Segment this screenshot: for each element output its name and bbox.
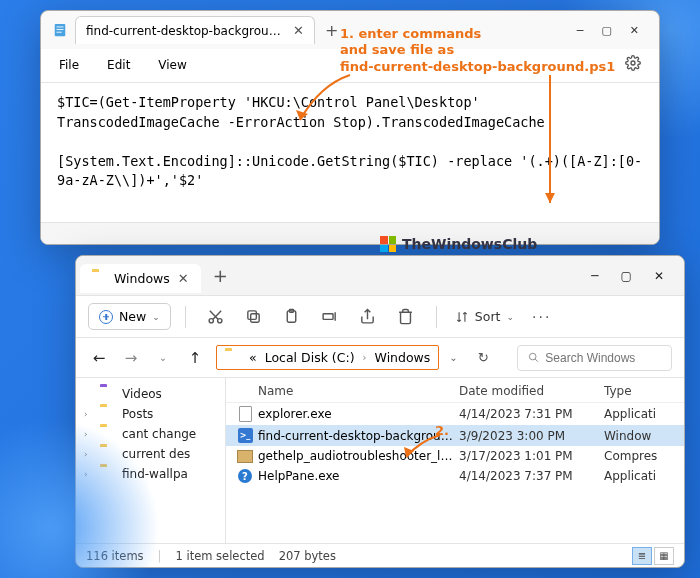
thumbnail-view-icon[interactable]: ▦ — [654, 547, 674, 565]
col-name[interactable]: Name — [258, 384, 459, 398]
notepad-window: find-current-desktop-background. ✕ + ─ ▢… — [40, 10, 660, 245]
plus-circle-icon — [99, 310, 113, 324]
breadcrumb[interactable]: « Local Disk (C:) › Windows — [216, 345, 439, 370]
folder-icon — [100, 447, 116, 461]
watermark-text: TheWindowsClub — [402, 236, 537, 252]
new-tab-button[interactable]: + — [325, 21, 338, 40]
search-icon — [528, 351, 539, 364]
breadcrumb-folder[interactable]: Windows — [375, 350, 431, 365]
notepad-tabstrip: find-current-desktop-background. ✕ + ─ ▢… — [41, 11, 659, 49]
file-name: gethelp_audiotroubleshooter_latestpacka.… — [258, 449, 459, 463]
explorer-sidebar: ›Videos›Posts›cant change›current des›fi… — [76, 378, 226, 543]
file-row[interactable]: explorer.exe4/14/2023 7:31 PMApplicati — [226, 403, 684, 425]
search-input[interactable] — [545, 351, 661, 365]
folder-icon — [225, 351, 241, 365]
explorer-window-controls: ─ ▢ ✕ — [575, 269, 680, 283]
nav-forward-icon[interactable]: → — [120, 349, 142, 367]
status-selected: 1 item selected — [175, 549, 264, 563]
menu-file[interactable]: File — [59, 58, 79, 72]
search-box[interactable] — [517, 345, 672, 371]
sidebar-item[interactable]: ›Videos — [82, 384, 219, 404]
explorer-addressbar: ← → ⌄ ↑ « Local Disk (C:) › Windows ⌄ ↻ — [76, 338, 684, 378]
tab-close-icon[interactable]: ✕ — [178, 271, 189, 286]
svg-rect-1 — [57, 27, 64, 28]
explorer-tab[interactable]: Windows ✕ — [80, 264, 201, 293]
breadcrumb-drive[interactable]: Local Disk (C:) — [265, 350, 355, 365]
share-icon[interactable] — [352, 308, 384, 325]
menu-edit[interactable]: Edit — [107, 58, 130, 72]
svg-rect-2 — [57, 29, 64, 30]
file-name: explorer.exe — [258, 407, 459, 421]
file-icon — [236, 450, 254, 463]
delete-icon[interactable] — [390, 308, 422, 325]
notepad-menubar: File Edit View — [41, 49, 659, 83]
details-view-icon[interactable]: ≣ — [632, 547, 652, 565]
nav-back-icon[interactable]: ← — [88, 349, 110, 367]
toolbar-separator — [185, 306, 186, 328]
sidebar-item-label: cant change — [122, 427, 196, 441]
paste-icon[interactable] — [276, 308, 308, 325]
sidebar-item[interactable]: ›cant change — [82, 424, 219, 444]
svg-rect-11 — [323, 314, 333, 320]
rename-icon[interactable] — [314, 308, 346, 325]
file-name: HelpPane.exe — [258, 469, 459, 483]
toolbar-separator — [436, 306, 437, 328]
new-button-label: New — [119, 309, 146, 324]
maximize-button[interactable]: ▢ — [601, 24, 611, 37]
file-row[interactable]: ?HelpPane.exe4/14/2023 7:37 PMApplicati — [226, 466, 684, 486]
sort-button[interactable]: Sort ⌄ — [455, 309, 514, 324]
file-row[interactable]: >_find-current-desktop-background.ps13/9… — [226, 425, 684, 446]
tab-close-icon[interactable]: ✕ — [293, 23, 304, 38]
refresh-icon[interactable]: ↻ — [478, 350, 489, 365]
sidebar-item[interactable]: ›Posts — [82, 404, 219, 424]
minimize-button[interactable]: ─ — [577, 24, 584, 37]
copy-icon[interactable] — [238, 308, 270, 325]
svg-point-4 — [631, 61, 635, 65]
file-type: Window — [604, 429, 674, 443]
svg-point-12 — [529, 353, 536, 360]
file-row[interactable]: gethelp_audiotroubleshooter_latestpacka.… — [226, 446, 684, 466]
file-type: Applicati — [604, 469, 674, 483]
status-count: 116 items — [86, 549, 144, 563]
file-icon: ? — [236, 469, 254, 483]
close-button[interactable]: ✕ — [654, 269, 664, 283]
file-date: 4/14/2023 7:37 PM — [459, 469, 604, 483]
file-type: Compres — [604, 449, 674, 463]
more-options-icon[interactable]: ··· — [532, 309, 551, 325]
breadcrumb-bridge: « — [249, 350, 257, 365]
col-type[interactable]: Type — [604, 384, 674, 398]
chevron-down-icon[interactable]: ⌄ — [449, 352, 457, 363]
file-date: 4/14/2023 7:31 PM — [459, 407, 604, 421]
column-headers: Name Date modified Type — [226, 378, 684, 403]
chevron-right-icon: › — [363, 352, 367, 363]
svg-point-5 — [209, 319, 213, 323]
sidebar-item[interactable]: ›find-wallpa — [82, 464, 219, 484]
menu-view[interactable]: View — [158, 58, 186, 72]
chevron-down-icon[interactable]: ⌄ — [152, 352, 174, 363]
explorer-filepane: Name Date modified Type explorer.exe4/14… — [226, 378, 684, 543]
sidebar-item-label: Posts — [122, 407, 153, 421]
notepad-tab[interactable]: find-current-desktop-background. ✕ — [75, 16, 315, 44]
explorer-statusbar: 116 items | 1 item selected 207 bytes ≣ … — [76, 543, 684, 567]
new-button[interactable]: New ⌄ — [88, 303, 171, 330]
sidebar-item[interactable]: ›current des — [82, 444, 219, 464]
nav-up-icon[interactable]: ↑ — [184, 349, 206, 367]
cut-icon[interactable] — [200, 308, 232, 325]
file-name: find-current-desktop-background.ps1 — [258, 429, 459, 443]
settings-gear-icon[interactable] — [625, 55, 641, 74]
new-tab-button[interactable]: + — [213, 265, 228, 286]
folder-icon — [100, 387, 116, 401]
maximize-button[interactable]: ▢ — [621, 269, 632, 283]
minimize-button[interactable]: ─ — [591, 269, 598, 283]
sidebar-item-label: Videos — [122, 387, 162, 401]
folder-icon — [100, 427, 116, 441]
chevron-right-icon: › — [84, 449, 94, 459]
watermark-logo-icon — [380, 236, 396, 252]
notepad-textarea[interactable]: $TIC=(Get-ItemProperty 'HKCU:\Control Pa… — [41, 83, 659, 222]
folder-icon — [100, 467, 116, 481]
chevron-down-icon: ⌄ — [152, 312, 160, 322]
sort-icon — [455, 310, 469, 324]
col-date[interactable]: Date modified — [459, 384, 604, 398]
close-button[interactable]: ✕ — [630, 24, 639, 37]
sort-label: Sort — [475, 309, 501, 324]
